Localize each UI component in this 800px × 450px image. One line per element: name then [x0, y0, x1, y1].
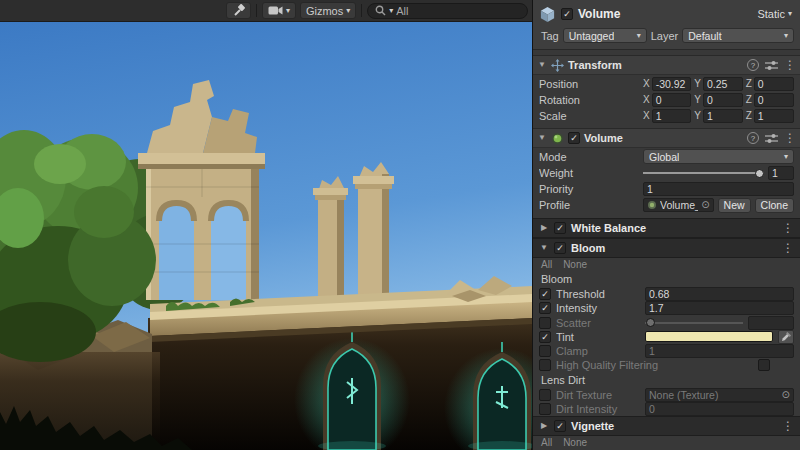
scale-y-field[interactable]: 1 — [703, 109, 743, 123]
priority-field[interactable]: 1 — [643, 182, 794, 196]
white-balance-header[interactable]: White Balance — [533, 218, 800, 238]
x-axis-label[interactable]: X — [643, 78, 650, 89]
bloom-checkbox[interactable] — [554, 242, 566, 254]
layer-dropdown[interactable]: Default — [682, 28, 794, 43]
gameobject-name[interactable]: Volume — [578, 7, 750, 21]
foldout-open-icon[interactable] — [537, 61, 547, 69]
none-button[interactable]: None — [563, 259, 587, 270]
transform-title: Transform — [568, 59, 622, 71]
intensity-field[interactable]: 1.7 — [645, 301, 794, 315]
foldout-closed-icon[interactable] — [539, 224, 549, 232]
hqf-override-checkbox[interactable] — [539, 359, 551, 371]
volume-component-icon — [551, 132, 564, 145]
intensity-override-checkbox[interactable] — [539, 302, 551, 314]
x-axis-label[interactable]: X — [643, 110, 650, 121]
z-axis-label[interactable]: Z — [746, 94, 752, 105]
profile-object-field[interactable]: Volume_Gl — [643, 198, 714, 212]
slider-thumb[interactable] — [646, 318, 655, 327]
kebab-menu-icon[interactable] — [784, 132, 796, 144]
scatter-field[interactable] — [748, 316, 794, 330]
all-button[interactable]: All — [541, 437, 552, 448]
preset-icon[interactable] — [765, 133, 778, 144]
position-label[interactable]: Position — [539, 78, 639, 90]
z-axis-label[interactable]: Z — [746, 110, 752, 121]
preset-icon[interactable] — [765, 60, 778, 71]
kebab-menu-icon[interactable] — [782, 222, 794, 234]
new-profile-button[interactable]: New — [718, 198, 751, 213]
y-axis-label[interactable]: Y — [694, 110, 701, 121]
camera-settings-button[interactable] — [262, 2, 296, 19]
vignette-header[interactable]: Vignette — [533, 416, 800, 436]
volume-component-header[interactable]: Volume — [533, 128, 800, 148]
all-button[interactable]: All — [541, 259, 552, 270]
transform-header[interactable]: Transform — [533, 55, 800, 75]
scatter-override-checkbox[interactable] — [539, 317, 551, 329]
search-icon — [375, 5, 386, 16]
rotation-y-field[interactable]: 0 — [703, 93, 743, 107]
eyedropper-button[interactable] — [778, 330, 794, 344]
rotation-label[interactable]: Rotation — [539, 94, 639, 106]
rotation-x-field[interactable]: 0 — [652, 93, 692, 107]
clone-profile-button[interactable]: Clone — [755, 198, 794, 213]
static-dropdown[interactable]: Static — [755, 8, 794, 20]
threshold-label: Threshold — [556, 288, 640, 300]
x-axis-label[interactable]: X — [643, 94, 650, 105]
scale-z-field[interactable]: 1 — [754, 109, 794, 123]
weight-field[interactable]: 1 — [768, 166, 794, 180]
help-icon[interactable] — [747, 59, 759, 71]
kebab-menu-icon[interactable] — [782, 242, 794, 254]
tool-settings-button[interactable] — [226, 2, 251, 19]
dirt-texture-override-checkbox[interactable] — [539, 389, 551, 401]
gameobject-active-checkbox[interactable] — [561, 8, 573, 20]
scatter-slider[interactable] — [645, 317, 743, 329]
volume-enabled-checkbox[interactable] — [568, 132, 580, 144]
tint-color-swatch[interactable] — [645, 331, 773, 342]
dirt-intensity-override-checkbox[interactable] — [539, 403, 551, 415]
scene-search-input[interactable]: All — [367, 3, 528, 19]
layer-label: Layer — [651, 30, 679, 42]
dirt-intensity-field[interactable]: 0 — [645, 402, 794, 416]
hqf-label: High Quality Filtering — [556, 359, 753, 371]
scale-x-field[interactable]: 1 — [652, 109, 692, 123]
scale-label[interactable]: Scale — [539, 110, 639, 122]
rotation-z-field[interactable]: 0 — [754, 93, 794, 107]
tag-dropdown[interactable]: Untagged — [563, 28, 647, 43]
foldout-open-icon[interactable] — [539, 244, 549, 252]
weight-label: Weight — [539, 167, 639, 179]
clamp-override-checkbox[interactable] — [539, 345, 551, 357]
foldout-open-icon[interactable] — [537, 134, 547, 142]
hqf-value-checkbox[interactable] — [758, 359, 770, 371]
threshold-override-checkbox[interactable] — [539, 288, 551, 300]
weight-slider[interactable] — [643, 167, 764, 179]
dirt-texture-object-field[interactable]: None (Texture) — [645, 388, 794, 402]
scene-viewport[interactable] — [0, 22, 532, 450]
y-axis-label[interactable]: Y — [694, 78, 701, 89]
object-picker-icon[interactable] — [782, 390, 790, 400]
position-z-field[interactable]: 0 — [754, 77, 794, 91]
cube-icon[interactable] — [539, 6, 556, 23]
position-y-field[interactable]: 0.25 — [703, 77, 743, 91]
gizmos-dropdown[interactable]: Gizmos — [300, 2, 356, 19]
y-axis-label[interactable]: Y — [694, 94, 701, 105]
vignette-checkbox[interactable] — [554, 420, 566, 432]
position-x-field[interactable]: -30.92 — [652, 77, 692, 91]
kebab-menu-icon[interactable] — [784, 59, 796, 71]
profile-label: Profile — [539, 199, 639, 211]
threshold-field[interactable]: 0.68 — [645, 287, 794, 301]
tint-override-checkbox[interactable] — [539, 331, 551, 343]
none-button[interactable]: None — [563, 437, 587, 448]
bloom-header[interactable]: Bloom — [533, 238, 800, 258]
foldout-closed-icon[interactable] — [539, 422, 549, 430]
help-icon[interactable] — [747, 132, 759, 144]
inspector-panel: Volume Static Tag Untagged Layer Default — [532, 0, 800, 450]
dirt-intensity-label: Dirt Intensity — [556, 403, 640, 415]
white-balance-checkbox[interactable] — [554, 222, 566, 234]
object-picker-icon[interactable] — [701, 200, 709, 210]
clamp-field[interactable]: 1 — [645, 344, 794, 358]
z-axis-label[interactable]: Z — [746, 78, 752, 89]
slider-thumb[interactable] — [755, 169, 764, 178]
mode-dropdown[interactable]: Global — [643, 149, 794, 164]
kebab-menu-icon[interactable] — [782, 420, 794, 432]
scale-z: Z 1 — [746, 109, 794, 123]
white-balance-title: White Balance — [571, 222, 646, 234]
